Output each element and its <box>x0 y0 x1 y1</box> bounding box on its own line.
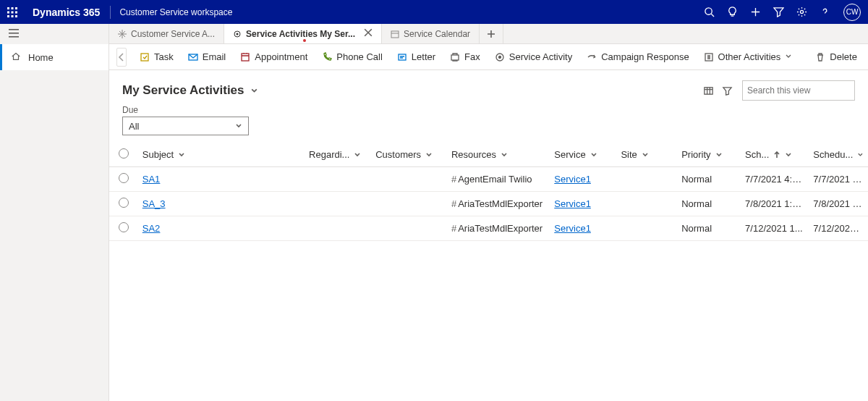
svg-rect-7 <box>11 15 13 17</box>
table-row[interactable]: SA2#AriaTestMdlExporterService1Normal7/1… <box>109 216 868 241</box>
view-title: My Service Activities <box>122 83 244 98</box>
cmd-label: Service Activity <box>509 51 572 62</box>
filter-icon[interactable] <box>767 0 790 24</box>
filter-icon[interactable] <box>718 81 736 100</box>
svg-rect-11 <box>9 29 19 30</box>
tab-service-calendar[interactable]: Service Calendar <box>382 24 480 43</box>
svg-rect-19 <box>242 54 249 61</box>
tab-service-activities[interactable]: Service Activities My Ser... <box>224 24 382 43</box>
app-launcher-icon[interactable] <box>0 0 24 24</box>
table-row[interactable]: SA1#AgentEmail TwilioService1Normal7/7/2… <box>109 167 868 192</box>
filter-due-select[interactable]: All <box>122 117 249 135</box>
left-nav: Home <box>0 24 109 401</box>
cell-customers <box>371 192 447 216</box>
cmd-service-activity[interactable]: Service Activity <box>489 47 578 67</box>
col-regarding[interactable]: Regardi... <box>305 143 371 167</box>
row-select[interactable] <box>109 216 138 241</box>
cmd-label: Phone Call <box>336 51 383 62</box>
cell-resources: #AriaTestMdlExporter <box>447 216 550 241</box>
svg-rect-4 <box>11 11 13 13</box>
cmd-label: Delete <box>830 51 857 62</box>
cmd-campaign-response[interactable]: Campaign Response <box>581 47 694 67</box>
tab-customer-service-agent[interactable]: Customer Service A... <box>109 24 224 43</box>
brand-link[interactable]: Dynamics 365 <box>24 7 109 18</box>
lightbulb-icon[interactable] <box>720 0 744 24</box>
cmd-phone-call[interactable]: Phone Call <box>316 47 388 67</box>
chevron-down-icon <box>235 122 242 130</box>
cell-resources: #AriaTestMdlExporter <box>447 192 550 216</box>
col-service[interactable]: Service <box>550 143 616 167</box>
subject-link[interactable]: SA_3 <box>142 198 166 209</box>
svg-rect-12 <box>9 33 19 34</box>
search-view[interactable] <box>742 80 855 101</box>
help-icon[interactable] <box>813 0 836 24</box>
col-site[interactable]: Site <box>616 143 677 167</box>
svg-rect-6 <box>7 15 9 17</box>
table-row[interactable]: SA_3#AriaTestMdlExporterService1Normal7/… <box>109 192 868 216</box>
new-tab-button[interactable] <box>480 24 503 43</box>
svg-rect-0 <box>7 7 9 9</box>
cell-priority: Normal <box>677 167 741 192</box>
service-link[interactable]: Service1 <box>554 174 591 185</box>
close-icon[interactable] <box>364 28 373 39</box>
cell-regarding <box>305 216 371 241</box>
select-all[interactable] <box>109 143 138 167</box>
cmd-label: Task <box>154 51 174 62</box>
chevron-down-icon <box>501 151 508 159</box>
col-customers[interactable]: Customers <box>371 143 447 167</box>
home-icon <box>11 51 21 64</box>
view-selector[interactable]: My Service Activities <box>122 83 258 98</box>
col-label: Regardi... <box>309 149 349 160</box>
svg-rect-1 <box>11 7 13 9</box>
sparkle-icon <box>118 30 127 38</box>
service-link[interactable]: Service1 <box>554 223 591 234</box>
cmd-delete[interactable]: Delete <box>809 47 863 67</box>
col-label: Priority <box>681 149 710 160</box>
nav-home[interactable]: Home <box>0 44 109 70</box>
svg-point-9 <box>705 8 711 14</box>
cmd-task[interactable]: Task <box>134 47 179 67</box>
col-subject[interactable]: Subject <box>138 143 305 167</box>
col-label: Subject <box>142 149 174 160</box>
cmd-email[interactable]: Email <box>182 47 232 67</box>
chevron-down-icon <box>785 151 792 159</box>
col-priority[interactable]: Priority <box>677 143 741 167</box>
svg-rect-3 <box>7 11 9 13</box>
cmd-label: Email <box>203 51 226 62</box>
workspace-name: Customer Service workspace <box>112 7 239 17</box>
cmd-appointment[interactable]: Appointment <box>234 47 313 67</box>
col-resources[interactable]: Resources <box>447 143 550 167</box>
back-button[interactable] <box>116 48 127 67</box>
subject-link[interactable]: SA1 <box>142 174 161 185</box>
cell-priority: Normal <box>677 216 741 241</box>
arrow-up-icon <box>773 151 780 159</box>
add-icon[interactable] <box>744 0 767 24</box>
svg-rect-25 <box>704 87 712 93</box>
activity-icon <box>233 30 242 38</box>
svg-rect-2 <box>15 7 17 9</box>
row-select[interactable] <box>109 192 138 216</box>
avatar[interactable]: CW <box>843 4 861 21</box>
col-sched-start[interactable]: Sch... <box>741 143 809 167</box>
row-select[interactable] <box>109 167 138 192</box>
service-link[interactable]: Service1 <box>554 198 591 209</box>
command-bar: Task Email Appointment Phone Call Letter… <box>109 44 868 70</box>
cell-sched-end: 7/12/2021 1... <box>809 216 868 241</box>
svg-rect-8 <box>15 15 17 17</box>
search-input[interactable] <box>747 85 856 96</box>
gear-icon[interactable] <box>790 0 813 24</box>
cmd-letter[interactable]: Letter <box>391 47 441 67</box>
edit-columns-icon[interactable] <box>699 81 718 100</box>
cmd-fax[interactable]: Fax <box>444 47 486 67</box>
svg-rect-17 <box>141 54 148 61</box>
col-sched-end[interactable]: Schedu... <box>809 143 868 167</box>
svg-rect-16 <box>391 31 399 38</box>
subject-link[interactable]: SA2 <box>142 223 161 234</box>
cell-site <box>616 167 677 192</box>
search-icon[interactable] <box>697 0 720 24</box>
svg-point-23 <box>498 56 501 58</box>
cmd-label: Campaign Response <box>601 51 689 62</box>
cmd-other-activities[interactable]: Other Activities <box>698 47 799 67</box>
cell-site <box>616 216 677 241</box>
hamburger-icon[interactable] <box>0 24 109 44</box>
